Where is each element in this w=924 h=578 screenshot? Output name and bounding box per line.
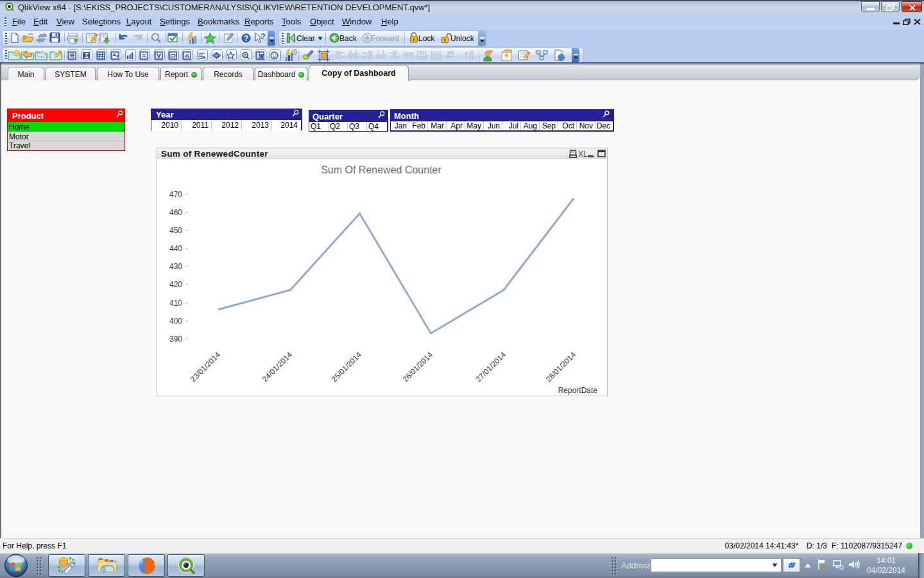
svg-text:23/01/2014: 23/01/2014 bbox=[189, 350, 223, 384]
svg-text:?: ? bbox=[261, 32, 266, 41]
svg-text:430: 430 bbox=[169, 262, 182, 271]
svg-text:470: 470 bbox=[169, 190, 182, 199]
svg-text:410: 410 bbox=[169, 299, 182, 308]
svg-text:390: 390 bbox=[169, 335, 182, 344]
svg-text:24/01/2014: 24/01/2014 bbox=[261, 350, 295, 384]
svg-text:Sum Of Renewed Counter: Sum Of Renewed Counter bbox=[321, 164, 441, 175]
svg-text:25/01/2014: 25/01/2014 bbox=[330, 350, 364, 384]
svg-text:440: 440 bbox=[169, 244, 182, 253]
svg-text:460: 460 bbox=[169, 208, 182, 217]
svg-text:A: A bbox=[185, 52, 189, 59]
svg-text:27/01/2014: 27/01/2014 bbox=[474, 350, 508, 384]
svg-text:26/01/2014: 26/01/2014 bbox=[401, 350, 435, 384]
svg-text:!: ! bbox=[823, 566, 825, 570]
svg-text:400: 400 bbox=[169, 317, 182, 326]
svg-text:28/01/2014: 28/01/2014 bbox=[544, 350, 578, 384]
svg-text:450: 450 bbox=[169, 226, 182, 235]
svg-text:420: 420 bbox=[169, 280, 182, 289]
svg-text:?: ? bbox=[244, 34, 248, 43]
svg-text:6: 6 bbox=[216, 53, 218, 58]
svg-text:ReportDate: ReportDate bbox=[558, 386, 598, 395]
